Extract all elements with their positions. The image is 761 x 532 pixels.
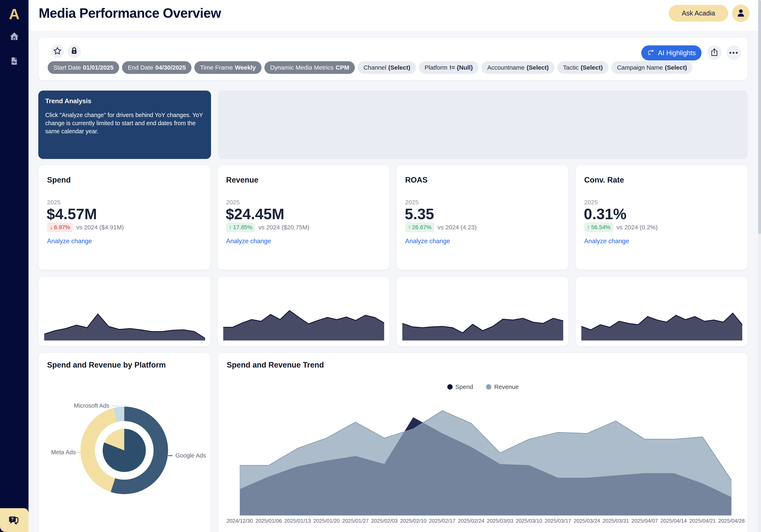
kpi-vs-text: vs 2024 ($4.91M) — [76, 224, 124, 231]
kpi-title: Conv. Rate — [584, 176, 624, 185]
roas-sparkline-chart — [402, 298, 563, 341]
legend-item-revenue[interactable]: Revenue — [486, 383, 519, 390]
x-axis-label: 2025/03/03 — [486, 518, 514, 524]
page-title: Media Performance Overview — [39, 5, 221, 21]
x-axis-label: 2025/02/17 — [428, 518, 456, 524]
donut-connectors — [38, 353, 211, 532]
kpi-vs-text: vs 2024 (0.2%) — [616, 224, 658, 231]
kpi-card-spend: Spend 2025 $4.57M ↓6.97% vs 2024 ($4.91M… — [38, 165, 210, 270]
conv-rate-sparkline-chart — [581, 298, 742, 341]
ai-sparkle-icon — [647, 48, 655, 58]
x-axis-label: 2025/04/28 — [717, 518, 746, 524]
lock-button[interactable] — [67, 45, 81, 58]
kpi-card-roas: ROAS 2025 5.35 ↑26.67% vs 2024 (4.23) An… — [396, 165, 569, 270]
filter-pill-dynamic-media-metrics[interactable]: Dynamic Media MetricsCPM — [264, 61, 355, 74]
ask-acadia-button[interactable]: Ask Acadia — [669, 5, 728, 22]
filter-pill-time-frame[interactable]: Time FrameWeekly — [194, 61, 261, 74]
trend-analysis-title: Trend Analysis — [45, 97, 91, 105]
kpi-value: $24.45M — [226, 205, 284, 223]
kpi-year: 2025 — [47, 199, 61, 206]
kpi-title: ROAS — [405, 176, 428, 185]
delta-badge: ↑26.67% — [405, 223, 434, 232]
scrollbar-thumb[interactable] — [758, 0, 761, 234]
kpi-card-conv-rate: Conv. Rate 2025 0.31% ↑56.54% vs 2024 (0… — [575, 165, 748, 270]
trend-chart-card: Spend and Revenue Trend Spend Revenue 20… — [218, 353, 748, 532]
share-icon — [710, 48, 719, 57]
sidebar: A ? — [0, 0, 29, 532]
sparkline-card-conv-rate — [575, 276, 748, 346]
x-axis-label: 2025/03/24 — [573, 518, 601, 524]
filter-pill-end-date[interactable]: End Date04/30/2025 — [122, 61, 192, 74]
x-axis-labels: 2024/12/302025/01/062025/01/132025/01/20… — [225, 518, 746, 524]
sparkline-card-spend — [38, 276, 210, 346]
analyze-change-link[interactable]: Analyze change — [226, 238, 271, 245]
ask-acadia-label: Ask Acadia — [682, 9, 715, 17]
x-axis-label: 2025/02/24 — [457, 518, 485, 524]
share-button[interactable] — [707, 45, 722, 60]
x-axis-label: 2025/02/03 — [370, 518, 399, 524]
arrow-down-icon: ↓ — [50, 224, 53, 231]
trend-analysis-body: Click "Analyze change" for drivers behin… — [45, 111, 204, 135]
scrollbar-track — [758, 0, 761, 532]
kpi-value: $4.57M — [47, 205, 97, 223]
trend-analysis-card: Trend Analysis Click "Analyze change" fo… — [38, 90, 211, 159]
help-chat-button[interactable]: ? — [0, 508, 29, 532]
home-icon[interactable] — [10, 31, 19, 41]
filter-pill-campaign-name[interactable]: Campaign Name(Select) — [611, 61, 693, 74]
kpi-value: 0.31% — [584, 205, 626, 223]
x-axis-label: 2025/03/17 — [544, 518, 572, 524]
more-options-button[interactable]: ••• — [727, 45, 741, 60]
trend-chart-title: Spend and Revenue Trend — [227, 361, 324, 369]
star-icon — [53, 46, 62, 56]
platform-chart-card: Spend and Revenue by Platform Microsoft … — [38, 353, 210, 532]
favorite-button[interactable] — [51, 45, 64, 58]
kpi-title: Spend — [47, 176, 71, 185]
arrow-up-icon: ↑ — [408, 224, 411, 231]
x-axis-label: 2024/12/30 — [225, 518, 254, 524]
donut-label-google-ads: Google Ads — [175, 452, 206, 459]
ai-highlights-button[interactable]: AI Highlights — [641, 45, 702, 60]
ai-highlights-placeholder — [218, 90, 748, 159]
filter-pill-platform[interactable]: Platform!= {Null} — [419, 61, 479, 74]
x-axis-label: 2025/02/10 — [399, 518, 428, 524]
sparkline-card-roas — [396, 276, 569, 346]
kpi-year: 2025 — [584, 199, 598, 206]
kpi-year: 2025 — [226, 199, 240, 206]
x-axis-label: 2025/04/07 — [630, 518, 659, 524]
filter-pill-accountname[interactable]: Accountname(Select) — [482, 61, 555, 74]
analyze-change-link[interactable]: Analyze change — [584, 238, 629, 245]
revenue-sparkline-chart — [223, 298, 384, 341]
x-axis-label: 2025/01/13 — [283, 518, 312, 524]
acadia-logo: A — [0, 6, 29, 23]
ellipsis-icon: ••• — [729, 49, 739, 57]
report-pulse-icon[interactable] — [10, 57, 19, 66]
x-axis-label: 2025/04/14 — [659, 518, 688, 524]
user-avatar[interactable] — [732, 5, 750, 22]
filter-pill-start-date[interactable]: Start Date01/01/2025 — [48, 61, 119, 74]
analyze-change-link[interactable]: Analyze change — [47, 238, 92, 245]
legend-item-spend[interactable]: Spend — [447, 383, 473, 390]
arrow-up-icon: ↑ — [229, 224, 232, 231]
kpi-vs-text: vs 2024 (4.23) — [438, 224, 477, 231]
trend-chart-legend: Spend Revenue — [218, 383, 748, 390]
svg-text:?: ? — [11, 516, 14, 521]
person-icon — [735, 8, 746, 19]
x-axis-label: 2025/04/21 — [688, 518, 717, 524]
analyze-change-link[interactable]: Analyze change — [405, 238, 450, 245]
delta-badge: ↑56.54% — [584, 223, 613, 232]
spend-revenue-area-chart — [240, 401, 732, 515]
sparkline-card-revenue — [217, 276, 390, 346]
x-axis-label: 2025/03/10 — [515, 518, 543, 524]
donut-label-meta-ads: Meta Ads — [51, 449, 76, 456]
filter-pills: Start Date01/01/2025 End Date04/30/2025 … — [48, 61, 693, 74]
x-axis-label: 2025/01/06 — [255, 518, 283, 524]
kpi-title: Revenue — [226, 176, 258, 185]
x-axis-label: 2025/01/27 — [341, 518, 370, 524]
filter-pill-tactic[interactable]: Tactic(Select) — [557, 61, 609, 74]
filter-pill-channel[interactable]: Channel(Select) — [358, 61, 416, 74]
spend-sparkline-chart — [44, 298, 205, 341]
filter-bar: Start Date01/01/2025 End Date04/30/2025 … — [38, 37, 748, 80]
delta-badge: ↑17.85% — [226, 223, 255, 232]
kpi-card-revenue: Revenue 2025 $24.45M ↑17.85% vs 2024 ($2… — [217, 165, 390, 270]
arrow-up-icon: ↑ — [587, 224, 590, 231]
